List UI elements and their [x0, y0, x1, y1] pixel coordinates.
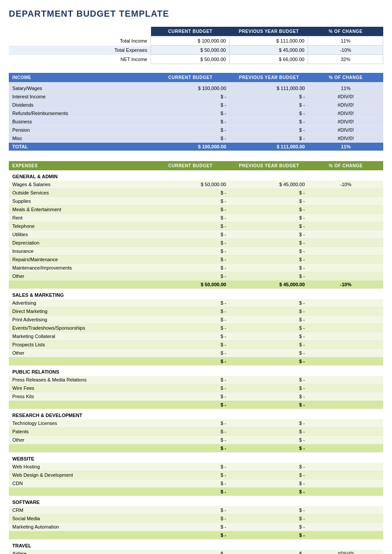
expense-row: Airfare $ - $ - #DIV/0! — [9, 550, 383, 554]
expenses-prev-header: PREVIOUS YEAR BUDGET — [230, 161, 308, 170]
expense-row: Press Kits $ - $ - — [9, 392, 383, 401]
expenses-label: EXPENSES — [9, 161, 151, 170]
expense-row: Other $ - $ - — [9, 436, 383, 444]
expense-row: Outside Services $ - $ - — [9, 189, 383, 197]
expenses-table: EXPENSES CURRENT BUDGET PREVIOUS YEAR BU… — [9, 161, 383, 554]
summary-header-pct: % OF CHANGE — [308, 27, 383, 36]
subsection-header: WEBSITE — [9, 453, 383, 463]
expense-row: Maintenance/Improvements $ - $ - — [9, 264, 383, 272]
subtotal-row: $ - $ - — [9, 444, 383, 453]
expense-row: Supplies $ - $ - — [9, 197, 383, 205]
expense-row: CRM $ - $ - — [9, 506, 383, 514]
expense-row: Marketing Collateral $ - $ - — [9, 332, 383, 341]
expense-row: Advertising $ - $ - — [9, 299, 383, 307]
income-section-header: INCOME CURRENT BUDGET PREVIOUS YEAR BUDG… — [9, 73, 383, 82]
summary-row: Total Income $ 100,000.00 $ 111,000.00 1… — [9, 36, 383, 46]
income-row: Misc $ - $ - #DIV/0! — [9, 134, 383, 142]
subsection-header: RESEARCH & DEVELOPMENT — [9, 409, 383, 420]
subtotal-row: $ - $ - — [9, 357, 383, 366]
income-row: Interest Income $ - $ - #DIV/0! — [9, 92, 383, 101]
income-prev-header: PREVIOUS YEAR BUDGET — [230, 73, 308, 82]
income-row: Refunds/Reimbursements $ - $ - #DIV/0! — [9, 109, 383, 117]
expense-row: Marketing Automation $ - $ - — [9, 523, 383, 531]
subsection-header: PUBLIC RELATIONS — [9, 366, 383, 376]
expense-row: Rent $ - $ - — [9, 214, 383, 222]
expense-row: Wages & Salaries $ 50,000.00 $ 45,000.00… — [9, 180, 383, 189]
expenses-section-header: EXPENSES CURRENT BUDGET PREVIOUS YEAR BU… — [9, 161, 383, 170]
expense-row: Technology Licenses $ - $ - — [9, 419, 383, 428]
expense-row: Direct Marketing $ - $ - — [9, 307, 383, 316]
expense-row: Patents $ - $ - — [9, 428, 383, 436]
subsection-header: SALES & MARKETING — [9, 289, 383, 299]
income-label: INCOME — [9, 73, 151, 82]
expense-row: Insurance $ - $ - — [9, 247, 383, 255]
expense-row: Web Design & Development $ - $ - — [9, 471, 383, 479]
subsection-header: GENERAL & ADMIN — [9, 170, 383, 180]
expense-row: Print Advertising $ - $ - — [9, 316, 383, 324]
expenses-current-header: CURRENT BUDGET — [151, 161, 230, 170]
income-table: INCOME CURRENT BUDGET PREVIOUS YEAR BUDG… — [9, 73, 383, 155]
income-pct-header: % OF CHANGE — [308, 73, 383, 82]
income-current-header: CURRENT BUDGET — [151, 73, 230, 82]
expense-row: CDN $ - $ - — [9, 479, 383, 488]
summary-table: CURRENT BUDGET PREVIOUS YEAR BUDGET % OF… — [9, 27, 383, 66]
expense-row: Other $ - $ - — [9, 272, 383, 281]
expense-row: Meals & Entertainment $ - $ - — [9, 205, 383, 214]
expenses-pct-header: % OF CHANGE — [308, 161, 383, 170]
expense-row: Other $ - $ - — [9, 349, 383, 357]
income-row: Dividends $ - $ - #DIV/0! — [9, 101, 383, 109]
subtotal-row: $ - $ - — [9, 531, 383, 540]
expense-row: Press Releases & Media Relations $ - $ - — [9, 376, 383, 384]
expense-row: Web Hosting $ - $ - — [9, 463, 383, 471]
expense-row: Wire Fees $ - $ - — [9, 384, 383, 392]
income-row: Business $ - $ - #DIV/0! — [9, 117, 383, 126]
expense-row: Repairs/Maintenance $ - $ - — [9, 255, 383, 264]
expense-row: Social Media $ - $ - — [9, 514, 383, 523]
subsection-header: TRAVEL — [9, 540, 383, 550]
expense-row: Prospects Lists $ - $ - — [9, 341, 383, 349]
expense-row: Telephone $ - $ - — [9, 222, 383, 230]
subsection-header: SOFTWARE — [9, 496, 383, 507]
expense-row: Depreciation $ - $ - — [9, 239, 383, 247]
expense-row: Utilities $ - $ - — [9, 230, 383, 239]
summary-header-prev: PREVIOUS YEAR BUDGET — [230, 27, 308, 36]
summary-row: Total Expenses $ 50,000.00 $ 45,000.00 -… — [9, 46, 383, 55]
subtotal-row: $ - $ - — [9, 401, 383, 409]
income-row: Pension $ - $ - #DIV/0! — [9, 126, 383, 134]
subtotal-row: $ - $ - — [9, 488, 383, 496]
expense-row: Events/Tradeshows/Sponsorships $ - $ - — [9, 324, 383, 332]
summary-header-current: CURRENT BUDGET — [151, 27, 230, 36]
summary-row: NET Income $ 50,000.00 $ 66,000.00 32% — [9, 55, 383, 64]
page-title: DEPARTMENT BUDGET TEMPLATE — [9, 9, 383, 19]
subtotal-row: $ 50,000.00 $ 45,000.00 -10% — [9, 281, 383, 289]
income-total-row: TOTAL $ 100,000.00 $ 111,000.00 11% — [9, 142, 383, 151]
income-row: Salary/Wages $ 100,000.00 $ 111,000.00 1… — [9, 84, 383, 93]
